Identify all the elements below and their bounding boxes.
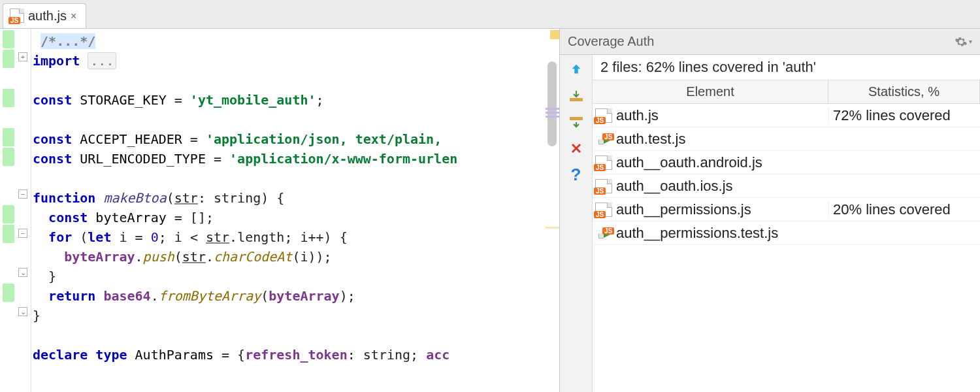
- expand-fold-icon[interactable]: +: [18, 52, 27, 61]
- file-tab-auth[interactable]: JS auth.js ×: [3, 3, 86, 28]
- collapse-fold-icon[interactable]: −: [18, 229, 27, 238]
- coverage-filename: auth__oauth.android.js: [615, 154, 828, 171]
- coverage-filename: auth__permissions.test.js: [615, 225, 828, 242]
- coverage-toolbar: ?: [560, 55, 593, 392]
- change-marker: [546, 106, 559, 120]
- marker-warn-icon[interactable]: [550, 30, 559, 39]
- svg-rect-1: [570, 117, 583, 120]
- coverage-stat: 72% lines covered: [828, 107, 980, 124]
- fold-end-icon[interactable]: ⌄: [18, 307, 27, 316]
- js-file-icon: JS: [10, 10, 24, 23]
- coverage-title: Coverage Auth: [568, 34, 654, 49]
- fold-gutter: + − − ⌄ ⌄: [17, 29, 31, 392]
- export-icon[interactable]: [564, 111, 589, 133]
- svg-rect-0: [570, 98, 583, 101]
- coverage-panel: Coverage Auth ▾ ? 2 files: 62% lines cov…: [559, 29, 980, 392]
- collapse-fold-icon[interactable]: −: [18, 189, 27, 199]
- col-element[interactable]: Element: [593, 80, 828, 103]
- coverage-filename: auth.test.js: [615, 131, 828, 148]
- coverage-row[interactable]: JSauth.test.js: [593, 127, 980, 151]
- coverage-filename: auth__oauth.ios.js: [615, 178, 828, 195]
- col-stats[interactable]: Statistics, %: [828, 80, 980, 103]
- close-tab-icon[interactable]: ×: [71, 10, 76, 22]
- js-file-icon: JS: [593, 179, 615, 193]
- close-coverage-icon[interactable]: [564, 137, 589, 159]
- js-file-icon: JS: [593, 108, 615, 123]
- fold-end-icon[interactable]: ⌄: [18, 268, 27, 277]
- coverage-row[interactable]: JSauth.js72% lines covered: [593, 104, 980, 127]
- code-editor[interactable]: + − − ⌄ ⌄ /*...*/ import ... const STORA…: [0, 29, 559, 392]
- editor-tabs: JS auth.js ×: [0, 0, 980, 29]
- gear-icon[interactable]: ▾: [955, 35, 972, 48]
- coverage-row[interactable]: JSauth__permissions.test.js: [593, 221, 980, 245]
- coverage-gutter: [0, 29, 17, 392]
- nav-up-icon[interactable]: [564, 59, 589, 81]
- coverage-filename: auth__permissions.js: [615, 201, 828, 218]
- coverage-content: 2 files: 62% lines covered in 'auth' Ele…: [593, 55, 980, 392]
- coverage-titlebar: Coverage Auth ▾: [560, 29, 980, 55]
- coverage-filename: auth.js: [615, 107, 828, 124]
- coverage-row[interactable]: JSauth__permissions.js20% lines covered: [593, 198, 980, 221]
- coverage-summary: 2 files: 62% lines covered in 'auth': [593, 55, 980, 80]
- js-file-icon: JS: [593, 155, 615, 170]
- change-marker: [546, 225, 559, 231]
- main-split: + − − ⌄ ⌄ /*...*/ import ... const STORA…: [0, 29, 980, 392]
- code-area[interactable]: /*...*/ import ... const STORAGE_KEY = '…: [31, 29, 559, 392]
- coverage-row[interactable]: JSauth__oauth.android.js: [593, 151, 980, 174]
- editor-scrollbar[interactable]: [547, 61, 557, 146]
- tab-filename: auth.js: [28, 8, 67, 24]
- coverage-rows: JSauth.js72% lines coveredJSauth.test.js…: [593, 104, 980, 392]
- import-icon[interactable]: [564, 85, 589, 107]
- coverage-stat: 20% lines covered: [828, 201, 980, 218]
- help-icon[interactable]: ?: [564, 163, 589, 186]
- js-file-icon: JS: [593, 203, 615, 217]
- coverage-table-header: Element Statistics, %: [593, 80, 980, 104]
- coverage-row[interactable]: JSauth__oauth.ios.js: [593, 174, 980, 198]
